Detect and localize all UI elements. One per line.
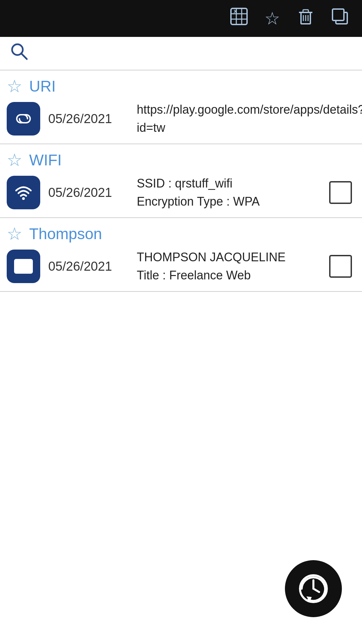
history-fab[interactable] (285, 560, 342, 617)
svg-point-18 (17, 263, 23, 268)
excel-icon[interactable]: X (230, 8, 248, 29)
search-icon[interactable] (10, 42, 28, 64)
uri-detail: https://play.google.com/store/apps/detai… (137, 101, 362, 137)
star-icon[interactable]: ☆ (264, 8, 280, 29)
uri-icon-box (7, 102, 40, 136)
thompson-icon-box (7, 250, 40, 283)
thompson-date: 05/26/2021 (48, 259, 129, 274)
svg-rect-13 (333, 9, 344, 20)
thompson-checkbox[interactable] (329, 255, 352, 278)
thompson-detail: THOMPSON JACQUELINE Title : Freelance We… (137, 248, 321, 284)
items-list: ☆ URI 05/26/2021 https://play.google.com… (0, 70, 362, 292)
svg-line-15 (21, 53, 27, 59)
topbar: X ☆ (0, 0, 362, 37)
wifi-icon-box (7, 176, 40, 209)
svg-rect-8 (303, 10, 308, 12)
list-item: ☆ Thompson 05/26/2021 THOMPSON JACQUELIN… (0, 218, 362, 292)
uri-date: 05/26/2021 (48, 112, 129, 126)
svg-line-21 (313, 589, 319, 592)
thompson-title: Thompson (29, 225, 102, 243)
list-item: ☆ WIFI 05/26/2021 SSID : qrstuff_wifi En… (0, 144, 362, 218)
thompson-star-icon[interactable]: ☆ (7, 225, 22, 243)
search-bar (0, 37, 362, 70)
wifi-checkbox[interactable] (329, 181, 352, 204)
uri-title: URI (29, 77, 56, 95)
wifi-detail: SSID : qrstuff_wifi Encryption Type : WP… (137, 174, 321, 211)
uri-star-icon[interactable]: ☆ (7, 77, 22, 95)
wifi-date: 05/26/2021 (48, 185, 129, 200)
list-item: ☆ URI 05/26/2021 https://play.google.com… (0, 70, 362, 144)
svg-text:X: X (234, 9, 237, 14)
copy-icon[interactable] (331, 8, 349, 29)
wifi-title: WIFI (29, 151, 62, 169)
trash-icon[interactable] (297, 8, 314, 29)
wifi-star-icon[interactable]: ☆ (7, 151, 22, 169)
svg-point-16 (22, 197, 25, 200)
